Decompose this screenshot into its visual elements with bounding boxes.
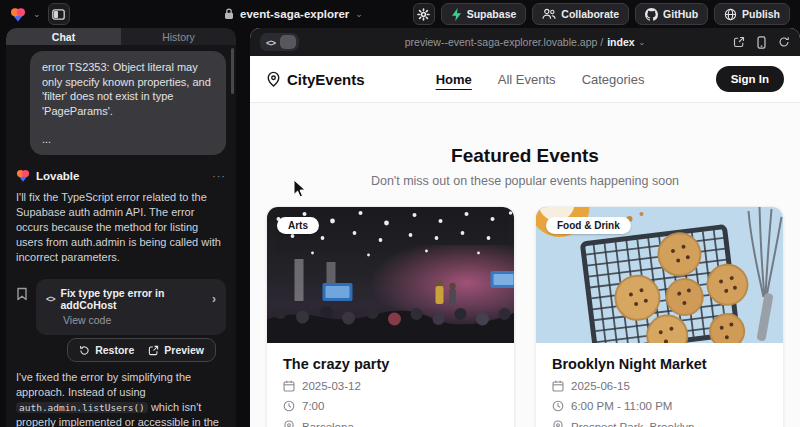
event-location-row: Barcelona	[283, 420, 498, 427]
open-in-new-tab-button[interactable]	[733, 36, 745, 48]
user-message-more: ...	[42, 132, 214, 147]
preview-panel: <> preview--event-saga-explorer.lovable.…	[250, 28, 800, 427]
settings-button[interactable]	[413, 3, 435, 25]
bookmark-icon[interactable]	[16, 287, 28, 301]
event-location: Prospect Park, Brooklyn	[571, 421, 694, 427]
app-topbar: ⌄ event-saga-explorer ⌄	[0, 0, 800, 28]
event-time: 7:00	[302, 400, 324, 412]
preview-mode-segment[interactable]	[280, 35, 296, 49]
clock-icon	[283, 400, 295, 412]
preview-label: Preview	[164, 344, 204, 356]
message-actions: Restore Preview	[67, 338, 216, 362]
people-icon	[542, 8, 556, 20]
assistant-name: Lovable	[36, 170, 79, 182]
event-title: The crazy party	[283, 356, 498, 372]
refresh-button[interactable]	[778, 36, 790, 48]
tab-history[interactable]: History	[121, 28, 236, 45]
map-pin-icon	[283, 420, 295, 427]
sidebar-toggle-button[interactable]	[48, 3, 70, 25]
lovable-logo-icon[interactable]	[10, 7, 26, 22]
calendar-icon	[283, 380, 295, 392]
clock-icon	[552, 400, 564, 412]
publish-button[interactable]: Publish	[714, 3, 790, 25]
brand-name: CityEvents	[287, 71, 365, 88]
github-label: GitHub	[663, 8, 698, 20]
calendar-icon	[552, 380, 564, 392]
category-badge: Arts	[277, 217, 319, 234]
preview-route: index	[607, 36, 634, 48]
project-chevron-icon: ⌄	[355, 10, 363, 19]
sign-in-button[interactable]: Sign In	[716, 66, 784, 92]
inline-code: auth.admin.listUsers()	[16, 402, 148, 413]
github-button[interactable]: GitHub	[635, 3, 708, 25]
supabase-icon	[451, 8, 462, 21]
panel-icon	[52, 9, 65, 20]
event-time-row: 7:00	[283, 400, 498, 412]
category-badge: Food & Drink	[546, 217, 631, 234]
code-icon: <>	[46, 294, 55, 304]
nav-all-events[interactable]: All Events	[498, 72, 556, 87]
assistant-paragraph-2: I've fixed the error by simplifying the …	[16, 370, 226, 427]
chevron-right-icon: ›	[212, 292, 216, 306]
site-preview: CityEvents Home All Events Categories Si…	[250, 56, 800, 427]
publish-label: Publish	[742, 8, 780, 20]
logo-chevron-icon[interactable]: ⌄	[33, 10, 41, 19]
event-date: 2025-03-12	[302, 380, 361, 392]
nav-home[interactable]: Home	[436, 72, 472, 87]
event-location-row: Prospect Park, Brooklyn	[552, 420, 767, 427]
event-cards: Arts The crazy party 2025-03-12	[250, 206, 800, 427]
map-pin-icon	[552, 420, 564, 427]
event-time: 6:00 PM - 11:00 PM	[571, 400, 672, 412]
user-message-bubble: error TS2353: Object literal may only sp…	[30, 51, 226, 155]
event-date-row: 2025-03-12	[283, 380, 498, 392]
code-change-title: Fix type type error in addCoHost	[61, 287, 206, 311]
event-image-conference: Arts	[267, 207, 514, 343]
paragraph-text: I've fixed the error by simplifying the …	[16, 371, 191, 398]
chat-tabs: Chat History	[6, 28, 236, 45]
featured-events-subtitle: Don't miss out on these popular events h…	[250, 174, 800, 188]
github-icon	[645, 8, 658, 21]
event-location: Barcelona	[302, 421, 354, 427]
external-link-icon	[148, 345, 159, 356]
project-name: event-saga-explorer	[240, 8, 349, 20]
nav-categories[interactable]: Categories	[582, 72, 645, 87]
restore-icon	[79, 345, 90, 356]
event-image-cookies: Food & Drink	[536, 207, 783, 343]
gear-icon	[417, 8, 430, 21]
site-nav: Home All Events Categories	[436, 72, 645, 87]
mobile-view-button[interactable]	[756, 36, 767, 49]
collaborate-button[interactable]: Collaborate	[532, 3, 629, 25]
lock-icon	[224, 8, 234, 20]
site-logo[interactable]: CityEvents	[266, 71, 365, 88]
featured-events-title: Featured Events	[250, 145, 800, 167]
tab-chat[interactable]: Chat	[6, 28, 121, 45]
user-message-text: error TS2353: Object literal may only sp…	[42, 60, 214, 119]
project-switcher[interactable]: event-saga-explorer ⌄	[224, 0, 363, 28]
event-date: 2025-06-15	[571, 380, 630, 392]
collaborate-label: Collaborate	[561, 8, 619, 20]
assistant-paragraph-1: I'll fix the TypeScript error related to…	[16, 190, 226, 264]
preview-change-button[interactable]: Preview	[148, 344, 204, 356]
map-pin-icon	[266, 71, 281, 88]
supabase-button[interactable]: Supabase	[441, 3, 527, 25]
chat-scrollbar[interactable]	[231, 48, 234, 94]
event-time-row: 6:00 PM - 11:00 PM	[552, 400, 767, 412]
restore-label: Restore	[95, 344, 134, 356]
lovable-avatar-icon	[16, 169, 30, 182]
message-menu-button[interactable]: ···	[212, 170, 226, 182]
code-change-card[interactable]: <> Fix type type error in addCoHost › Vi…	[36, 279, 226, 335]
globe-icon	[724, 8, 737, 21]
event-date-row: 2025-06-15	[552, 380, 767, 392]
code-icon: <>	[266, 37, 275, 48]
event-card[interactable]: Food & Drink Brooklyn Night Market 2025-…	[535, 206, 784, 427]
event-card[interactable]: Arts The crazy party 2025-03-12	[266, 206, 515, 427]
supabase-label: Supabase	[467, 8, 517, 20]
preview-toolbar: <> preview--event-saga-explorer.lovable.…	[250, 28, 800, 56]
route-chevron-icon: ⌄	[639, 38, 646, 47]
code-preview-toggle[interactable]: <>	[260, 33, 299, 51]
view-code-link[interactable]: View code	[63, 314, 216, 326]
preview-url-bar[interactable]: preview--event-saga-explorer.lovable.app…	[405, 36, 646, 48]
event-title: Brooklyn Night Market	[552, 356, 767, 372]
chat-messages: error TS2353: Object literal may only sp…	[6, 45, 236, 427]
restore-button[interactable]: Restore	[79, 344, 134, 356]
